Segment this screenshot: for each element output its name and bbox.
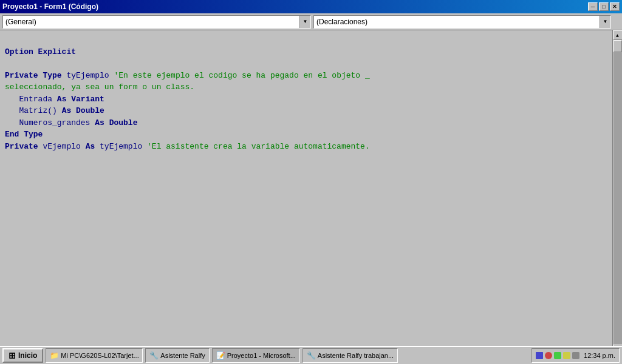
code-line (5, 188, 607, 200)
code-line (5, 235, 607, 248)
code-line (5, 247, 607, 259)
close-button[interactable]: ✕ (610, 2, 620, 11)
window-title: Proyecto1 - Form1 (Código) (2, 2, 98, 11)
procedure-dropdown-arrow[interactable]: ▼ (600, 16, 610, 28)
app-icon-1: 🔧 (149, 351, 159, 360)
start-icon: ⊞ (9, 351, 16, 360)
editor-area: Option Explicit Private Type tyEjemplo '… (0, 30, 622, 364)
start-button[interactable]: ⊞ Inicio (2, 348, 43, 363)
taskbar-item-1-label: Asistente Ralfy (160, 352, 205, 359)
taskbar-item-2[interactable]: 📝 Proyecto1 - Microsoft... (212, 348, 300, 363)
scroll-up-button[interactable]: ▲ (613, 30, 623, 40)
window-controls: ─ □ ✕ (588, 2, 620, 11)
code-line (5, 164, 607, 177)
taskbar-item-1[interactable]: 🔧 Asistente Ralfy (145, 348, 209, 363)
code-line (5, 34, 607, 46)
code-line (5, 152, 607, 164)
procedure-dropdown-value: (Declaraciones) (314, 18, 600, 26)
code-line: Option Explicit (5, 46, 607, 58)
tray-icon-1 (536, 352, 543, 359)
object-dropdown-value: (General) (3, 18, 299, 26)
code-line: Numeros_grandes As Double (5, 117, 607, 129)
scroll-track-vertical[interactable] (613, 40, 622, 345)
taskbar-item-0-label: Mi PC\G620S-L02\Tarjet... (61, 352, 138, 359)
code-line: Entrada As Variant (5, 93, 607, 106)
code-line: seleccionado, ya sea un form o un class. (5, 81, 607, 93)
title-bar: Proyecto1 - Form1 (Código) ─ □ ✕ (0, 0, 622, 13)
taskbar-item-3-label: Asistente Ralfy trabajan... (318, 352, 394, 359)
code-line (5, 212, 607, 224)
taskbar-item-3[interactable]: 🔧 Asistente Ralfy trabajan... (302, 348, 398, 363)
object-dropdown[interactable]: (General) ▼ (2, 15, 311, 29)
code-line (5, 259, 607, 271)
app-icon-3: 🔧 (307, 351, 316, 360)
tray-icon-2 (545, 352, 552, 359)
code-line: End Type (5, 129, 607, 141)
vertical-scrollbar[interactable]: ▲ ▼ (612, 30, 622, 354)
tray-icon-3 (554, 352, 561, 359)
code-line (5, 223, 607, 235)
editor-main: Option Explicit Private Type tyEjemplo '… (0, 30, 622, 354)
system-tray: 12:34 p.m. (531, 348, 620, 363)
object-dropdown-arrow[interactable]: ▼ (299, 16, 310, 28)
code-line (5, 58, 607, 70)
scroll-thumb-vertical[interactable] (613, 40, 622, 52)
start-label: Inicio (18, 351, 37, 360)
tray-icon-4 (563, 352, 570, 359)
taskbar-item-2-label: Proyecto1 - Microsoft... (227, 352, 296, 359)
taskbar-item-0[interactable]: 📁 Mi PC\G620S-L02\Tarjet... (46, 348, 143, 363)
code-line (5, 200, 607, 212)
folder-icon: 📁 (50, 351, 59, 360)
toolbar: (General) ▼ (Declaraciones) ▼ (0, 13, 622, 30)
code-line: Private Type tyEjemplo 'En este ejemplo … (5, 70, 607, 82)
tray-icon-5 (572, 352, 579, 359)
minimize-button[interactable]: ─ (588, 2, 598, 11)
procedure-dropdown[interactable]: (Declaraciones) ▼ (313, 15, 611, 29)
code-editor[interactable]: Option Explicit Private Type tyEjemplo '… (0, 30, 612, 354)
code-line (5, 176, 607, 188)
clock: 12:34 p.m. (584, 352, 615, 359)
maximize-button[interactable]: □ (599, 2, 609, 11)
taskbar: ⊞ Inicio 📁 Mi PC\G620S-L02\Tarjet... 🔧 A… (0, 346, 622, 364)
code-line: Matriz() As Double (5, 105, 607, 117)
code-line: Private vEjemplo As tyEjemplo 'El asiste… (5, 141, 607, 153)
vb-icon: 📝 (216, 351, 225, 360)
taskbar-right: 12:34 p.m. (531, 348, 620, 363)
